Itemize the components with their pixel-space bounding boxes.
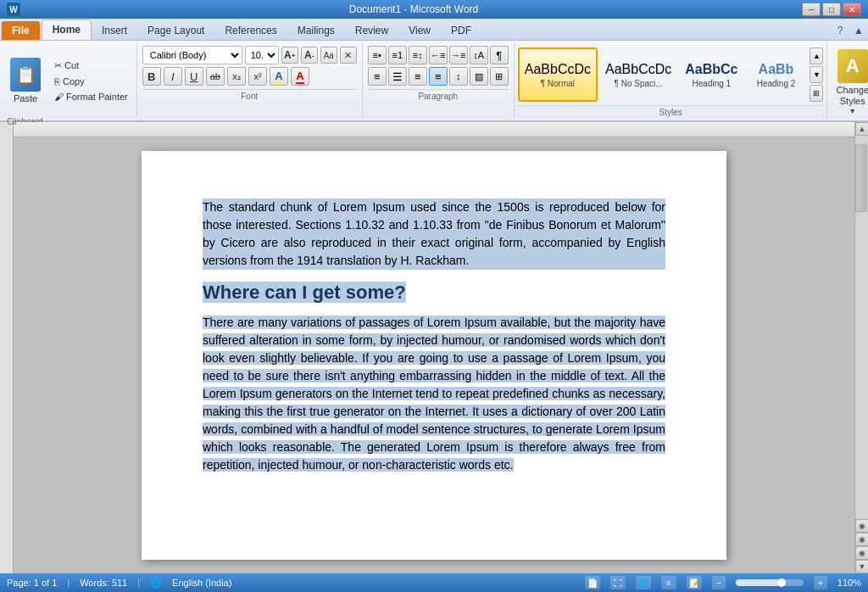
- tab-insert[interactable]: Insert: [92, 21, 137, 40]
- cut-button[interactable]: ✂ Cut: [49, 59, 133, 73]
- tab-references[interactable]: References: [214, 21, 287, 40]
- close-button[interactable]: ✕: [843, 3, 861, 16]
- style-heading1-preview: AaBbCc: [685, 62, 737, 77]
- font-name-select[interactable]: Calibri (Body): [142, 46, 242, 64]
- para2[interactable]: There are many variations of passages of…: [203, 314, 665, 474]
- page-status: Page: 1 of 1: [7, 578, 57, 588]
- style-heading2[interactable]: AaBb Heading 2: [745, 47, 806, 102]
- tab-mailings[interactable]: Mailings: [287, 21, 345, 40]
- multilevel-button[interactable]: ≡↕: [409, 46, 427, 64]
- view-fullscreen-button[interactable]: ⛶: [610, 576, 626, 589]
- format-painter-button[interactable]: 🖌 Format Painter: [49, 90, 133, 103]
- numbering-button[interactable]: ≡1: [388, 46, 407, 64]
- para2-text-selected: There are many variations of passages of…: [203, 316, 665, 472]
- increase-font-button[interactable]: A+: [281, 47, 298, 64]
- change-styles-button[interactable]: A ChangeStyles ▼: [832, 46, 868, 119]
- decrease-font-button[interactable]: A-: [301, 47, 318, 64]
- align-right-button[interactable]: ≡: [409, 67, 427, 86]
- heading-text: Where can I get some?: [203, 282, 406, 303]
- paragraph-group-label: Paragraph: [368, 89, 509, 101]
- change-styles-arrow: ▼: [849, 107, 856, 115]
- tab-page-layout[interactable]: Page Layout: [137, 21, 214, 40]
- status-bar: Page: 1 of 1 | Words: 511 | 🌐 English (I…: [0, 573, 868, 592]
- style-heading1[interactable]: AaBbCc Heading 1: [679, 47, 743, 102]
- app-icon: W: [7, 3, 20, 16]
- increase-indent-button[interactable]: →≡: [449, 46, 468, 64]
- strikethrough-button[interactable]: ab: [206, 67, 225, 86]
- copy-button[interactable]: ⎘ Copy: [49, 75, 133, 88]
- change-case-button[interactable]: Aa: [320, 47, 337, 64]
- font-color-button[interactable]: A: [291, 67, 309, 86]
- styles-scroll-up[interactable]: ▲: [810, 47, 823, 64]
- decrease-indent-button[interactable]: ←≡: [429, 46, 448, 64]
- tab-review[interactable]: Review: [345, 21, 398, 40]
- text-highlight-button[interactable]: A: [270, 67, 288, 86]
- font-size-select[interactable]: 10.5: [245, 46, 279, 64]
- view-draft-button[interactable]: 📝: [687, 576, 702, 589]
- underline-button[interactable]: U: [185, 67, 203, 86]
- status-sep2: |: [137, 578, 140, 588]
- bold-button[interactable]: B: [142, 67, 161, 86]
- bullets-button[interactable]: ≡•: [368, 46, 387, 64]
- paste-icon: 📋: [10, 58, 41, 92]
- language-status: English (India): [172, 578, 231, 588]
- style-heading2-preview: AaBb: [759, 62, 794, 77]
- view-outline-button[interactable]: ≡: [661, 576, 676, 589]
- tab-pdf[interactable]: PDF: [441, 21, 481, 40]
- style-no-spacing-preview: AaBbCcDc: [605, 62, 671, 77]
- horizontal-ruler: [14, 122, 854, 137]
- paste-button[interactable]: 📋 Paste: [3, 44, 47, 117]
- styles-scroll-down[interactable]: ▼: [810, 66, 823, 83]
- style-no-spacing-label: ¶ No Spaci...: [615, 79, 663, 88]
- justify-button[interactable]: ≡: [429, 67, 448, 86]
- borders-button[interactable]: ⊞: [490, 67, 509, 86]
- paste-label: Paste: [14, 93, 37, 103]
- align-center-button[interactable]: ☰: [388, 67, 407, 86]
- doc-heading[interactable]: Where can I get some?: [203, 282, 665, 304]
- style-normal[interactable]: AaBbCcDc ¶ Normal: [518, 47, 598, 102]
- style-heading2-label: Heading 2: [757, 79, 796, 88]
- zoom-in-button[interactable]: +: [814, 576, 827, 589]
- italic-button[interactable]: I: [164, 67, 182, 86]
- doc-scroll-area[interactable]: The standard chunk of Lorem Ipsum used s…: [14, 137, 854, 573]
- scroll-thumb[interactable]: [855, 144, 867, 212]
- minimize-button[interactable]: ─: [802, 3, 821, 16]
- zoom-out-button[interactable]: −: [712, 576, 726, 589]
- superscript-button[interactable]: x²: [248, 67, 267, 86]
- help-button[interactable]: ?: [831, 21, 849, 40]
- title-bar-title: Document1 - Microsoft Word: [25, 3, 802, 15]
- sort-button[interactable]: ↕A: [470, 46, 488, 64]
- change-styles-group: A ChangeStyles ▼: [827, 42, 868, 119]
- style-heading1-label: Heading 1: [693, 79, 732, 88]
- subscript-button[interactable]: x₂: [227, 67, 246, 86]
- style-normal-label: ¶ Normal: [541, 79, 575, 88]
- change-styles-icon: A: [837, 49, 868, 83]
- tab-view[interactable]: View: [398, 21, 441, 40]
- style-no-spacing[interactable]: AaBbCcDc ¶ No Spaci...: [599, 47, 677, 102]
- maximize-button[interactable]: □: [822, 3, 841, 16]
- style-normal-preview: AaBbCcDc: [525, 62, 591, 77]
- right-scrollbar[interactable]: ▲ ◉ ◉ ◉ ▼: [854, 122, 868, 573]
- para1[interactable]: The standard chunk of Lorem Ipsum used s…: [203, 198, 665, 270]
- zoom-slider[interactable]: [736, 579, 804, 586]
- show-paragraph-button[interactable]: ¶: [490, 46, 509, 64]
- scroll-page-down-button[interactable]: ◉: [855, 546, 868, 560]
- scroll-current-button[interactable]: ◉: [855, 533, 868, 546]
- styles-more[interactable]: ⊞: [810, 85, 823, 102]
- shading-button[interactable]: ▨: [470, 67, 488, 86]
- line-spacing-button[interactable]: ↕: [449, 67, 468, 86]
- file-tab[interactable]: File: [2, 21, 40, 40]
- scroll-down-button[interactable]: ▼: [855, 560, 868, 573]
- view-web-button[interactable]: 🌐: [636, 576, 651, 589]
- scroll-up-button[interactable]: ▲: [855, 122, 868, 136]
- ribbon-minimize-icon[interactable]: ▲: [849, 21, 868, 40]
- scroll-page-up-button[interactable]: ◉: [855, 519, 868, 533]
- status-sep1: |: [67, 578, 70, 588]
- view-print-button[interactable]: 📄: [585, 576, 600, 589]
- change-styles-label: ChangeStyles: [836, 85, 868, 107]
- clear-format-button[interactable]: ✕: [340, 47, 357, 64]
- scroll-track: [855, 136, 868, 519]
- align-left-button[interactable]: ≡: [368, 67, 387, 86]
- language-icon: 🌐: [150, 578, 162, 589]
- tab-home[interactable]: Home: [42, 20, 92, 40]
